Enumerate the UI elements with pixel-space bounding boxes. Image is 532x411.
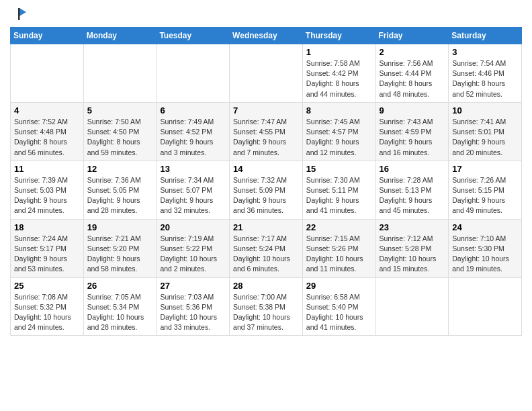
- day-info: Sunrise: 7:00 AM Sunset: 5:38 PM Dayligh…: [233, 292, 299, 333]
- calendar-day-cell: [11, 44, 84, 103]
- day-info: Sunrise: 7:50 AM Sunset: 4:50 PM Dayligh…: [87, 117, 153, 158]
- day-number: 12: [87, 164, 153, 174]
- calendar-day-cell: 24Sunrise: 7:10 AM Sunset: 5:30 PM Dayli…: [449, 219, 522, 277]
- calendar-day-cell: 16Sunrise: 7:28 AM Sunset: 5:13 PM Dayli…: [375, 161, 449, 219]
- calendar-day-cell: 26Sunrise: 7:05 AM Sunset: 5:34 PM Dayli…: [83, 277, 157, 336]
- day-number: 19: [87, 222, 153, 232]
- svg-marker-0: [19, 8, 26, 16]
- calendar-day-cell: 10Sunrise: 7:41 AM Sunset: 5:01 PM Dayli…: [449, 102, 522, 161]
- day-number: 27: [160, 281, 226, 291]
- calendar-day-cell: [375, 277, 449, 336]
- calendar-day-cell: 6Sunrise: 7:49 AM Sunset: 4:52 PM Daylig…: [157, 102, 230, 161]
- calendar-day-cell: 7Sunrise: 7:47 AM Sunset: 4:55 PM Daylig…: [230, 102, 303, 161]
- day-number: 9: [380, 105, 445, 116]
- calendar-day-cell: 29Sunrise: 6:58 AM Sunset: 5:40 PM Dayli…: [302, 277, 375, 336]
- day-number: 11: [14, 164, 80, 174]
- calendar-table: SundayMondayTuesdayWednesdayThursdayFrid…: [10, 27, 522, 336]
- day-number: 21: [233, 222, 299, 232]
- day-number: 5: [87, 105, 153, 116]
- day-number: 10: [452, 105, 518, 116]
- day-number: 15: [306, 164, 372, 174]
- day-number: 7: [233, 105, 299, 116]
- day-info: Sunrise: 7:43 AM Sunset: 4:59 PM Dayligh…: [380, 117, 445, 158]
- day-number: 3: [452, 47, 518, 57]
- calendar-week-row: 18Sunrise: 7:24 AM Sunset: 5:17 PM Dayli…: [11, 219, 522, 277]
- day-number: 29: [306, 281, 372, 291]
- day-info: Sunrise: 7:36 AM Sunset: 5:05 PM Dayligh…: [87, 175, 153, 216]
- logo-flag-icon: [11, 7, 26, 21]
- calendar-day-cell: 2Sunrise: 7:56 AM Sunset: 4:44 PM Daylig…: [375, 44, 449, 103]
- calendar-day-header: Friday: [375, 28, 449, 44]
- calendar-day-cell: 21Sunrise: 7:17 AM Sunset: 5:24 PM Dayli…: [230, 219, 303, 277]
- day-number: 13: [160, 164, 226, 174]
- page-header: [10, 7, 522, 21]
- day-number: 17: [452, 164, 518, 174]
- day-info: Sunrise: 7:21 AM Sunset: 5:20 PM Dayligh…: [87, 234, 153, 275]
- calendar-day-cell: 25Sunrise: 7:08 AM Sunset: 5:32 PM Dayli…: [11, 277, 84, 336]
- svg-rect-1: [18, 8, 20, 20]
- day-info: Sunrise: 7:15 AM Sunset: 5:26 PM Dayligh…: [306, 234, 372, 275]
- day-number: 2: [380, 47, 445, 57]
- calendar-day-header: Saturday: [449, 28, 522, 44]
- calendar-day-cell: [157, 44, 230, 103]
- day-info: Sunrise: 7:49 AM Sunset: 4:52 PM Dayligh…: [160, 117, 226, 158]
- day-number: 18: [14, 222, 80, 232]
- day-number: 6: [160, 105, 226, 116]
- calendar-week-row: 1Sunrise: 7:58 AM Sunset: 4:42 PM Daylig…: [11, 44, 522, 103]
- calendar-day-cell: 23Sunrise: 7:12 AM Sunset: 5:28 PM Dayli…: [375, 219, 449, 277]
- calendar-day-cell: 18Sunrise: 7:24 AM Sunset: 5:17 PM Dayli…: [11, 219, 84, 277]
- calendar-day-cell: 4Sunrise: 7:52 AM Sunset: 4:48 PM Daylig…: [11, 102, 84, 161]
- day-info: Sunrise: 7:30 AM Sunset: 5:11 PM Dayligh…: [306, 175, 372, 216]
- day-number: 20: [160, 222, 226, 232]
- calendar-day-cell: 14Sunrise: 7:32 AM Sunset: 5:09 PM Dayli…: [230, 161, 303, 219]
- day-info: Sunrise: 7:47 AM Sunset: 4:55 PM Dayligh…: [233, 117, 299, 158]
- calendar-day-header: Tuesday: [157, 28, 230, 44]
- calendar-day-cell: 19Sunrise: 7:21 AM Sunset: 5:20 PM Dayli…: [83, 219, 157, 277]
- calendar-day-cell: 15Sunrise: 7:30 AM Sunset: 5:11 PM Dayli…: [302, 161, 375, 219]
- day-number: 1: [306, 47, 372, 57]
- calendar-day-cell: 8Sunrise: 7:45 AM Sunset: 4:57 PM Daylig…: [302, 102, 375, 161]
- day-info: Sunrise: 7:10 AM Sunset: 5:30 PM Dayligh…: [452, 234, 518, 275]
- day-number: 28: [233, 281, 299, 291]
- day-info: Sunrise: 7:12 AM Sunset: 5:28 PM Dayligh…: [380, 234, 445, 275]
- day-info: Sunrise: 7:03 AM Sunset: 5:36 PM Dayligh…: [160, 292, 226, 333]
- calendar-day-cell: 9Sunrise: 7:43 AM Sunset: 4:59 PM Daylig…: [375, 102, 449, 161]
- day-number: 8: [306, 105, 372, 116]
- calendar-day-cell: 22Sunrise: 7:15 AM Sunset: 5:26 PM Dayli…: [302, 219, 375, 277]
- logo: [10, 7, 26, 21]
- calendar-day-cell: 27Sunrise: 7:03 AM Sunset: 5:36 PM Dayli…: [157, 277, 230, 336]
- day-info: Sunrise: 6:58 AM Sunset: 5:40 PM Dayligh…: [306, 292, 372, 333]
- day-info: Sunrise: 7:45 AM Sunset: 4:57 PM Dayligh…: [306, 117, 372, 158]
- calendar-day-cell: [83, 44, 157, 103]
- day-info: Sunrise: 7:05 AM Sunset: 5:34 PM Dayligh…: [87, 292, 153, 333]
- calendar-day-cell: 11Sunrise: 7:39 AM Sunset: 5:03 PM Dayli…: [11, 161, 84, 219]
- day-info: Sunrise: 7:24 AM Sunset: 5:17 PM Dayligh…: [14, 234, 80, 275]
- day-info: Sunrise: 7:54 AM Sunset: 4:46 PM Dayligh…: [452, 58, 518, 99]
- day-info: Sunrise: 7:26 AM Sunset: 5:15 PM Dayligh…: [452, 175, 518, 216]
- day-info: Sunrise: 7:28 AM Sunset: 5:13 PM Dayligh…: [380, 175, 445, 216]
- day-info: Sunrise: 7:52 AM Sunset: 4:48 PM Dayligh…: [14, 117, 80, 158]
- calendar-day-cell: 28Sunrise: 7:00 AM Sunset: 5:38 PM Dayli…: [230, 277, 303, 336]
- day-info: Sunrise: 7:17 AM Sunset: 5:24 PM Dayligh…: [233, 234, 299, 275]
- day-number: 25: [14, 281, 80, 291]
- day-info: Sunrise: 7:08 AM Sunset: 5:32 PM Dayligh…: [14, 292, 80, 333]
- calendar-day-header: Wednesday: [230, 28, 303, 44]
- calendar-day-header: Thursday: [302, 28, 375, 44]
- calendar-week-row: 25Sunrise: 7:08 AM Sunset: 5:32 PM Dayli…: [11, 277, 522, 336]
- calendar-day-cell: 20Sunrise: 7:19 AM Sunset: 5:22 PM Dayli…: [157, 219, 230, 277]
- calendar-week-row: 4Sunrise: 7:52 AM Sunset: 4:48 PM Daylig…: [11, 102, 522, 161]
- day-info: Sunrise: 7:41 AM Sunset: 5:01 PM Dayligh…: [452, 117, 518, 158]
- calendar-day-cell: 17Sunrise: 7:26 AM Sunset: 5:15 PM Dayli…: [449, 161, 522, 219]
- calendar-day-header: Monday: [83, 28, 157, 44]
- day-number: 16: [380, 164, 445, 174]
- day-number: 24: [452, 222, 518, 232]
- day-info: Sunrise: 7:19 AM Sunset: 5:22 PM Dayligh…: [160, 234, 226, 275]
- calendar-day-cell: 5Sunrise: 7:50 AM Sunset: 4:50 PM Daylig…: [83, 102, 157, 161]
- day-number: 23: [380, 222, 445, 232]
- calendar-day-cell: 3Sunrise: 7:54 AM Sunset: 4:46 PM Daylig…: [449, 44, 522, 103]
- calendar-day-cell: 12Sunrise: 7:36 AM Sunset: 5:05 PM Dayli…: [83, 161, 157, 219]
- day-number: 14: [233, 164, 299, 174]
- calendar-day-cell: 1Sunrise: 7:58 AM Sunset: 4:42 PM Daylig…: [302, 44, 375, 103]
- day-info: Sunrise: 7:39 AM Sunset: 5:03 PM Dayligh…: [14, 175, 80, 216]
- day-info: Sunrise: 7:32 AM Sunset: 5:09 PM Dayligh…: [233, 175, 299, 216]
